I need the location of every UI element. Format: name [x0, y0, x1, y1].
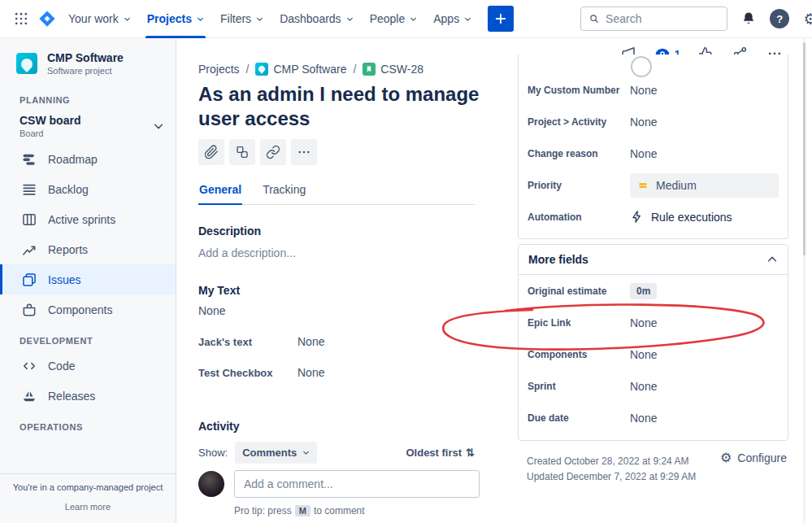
project-sidebar: CMP Software Software project PLANNING C… [0, 38, 176, 523]
top-navigation: Your work Projects Filters Dashboards Pe… [0, 0, 812, 38]
board-columns-icon [21, 211, 37, 228]
nav-people[interactable]: People [362, 0, 426, 38]
sort-order-button[interactable]: Oldest first ⇅ [406, 447, 475, 459]
breadcrumb-project[interactable]: CMP Software [255, 63, 346, 76]
show-label: Show: [198, 447, 228, 459]
components-value[interactable]: None [630, 348, 779, 361]
sidebar-footer: You're in a company-managed project Lear… [0, 473, 176, 523]
sprint-value[interactable]: None [630, 380, 779, 393]
sidebar-item-label: Code [48, 360, 75, 373]
field-label: Original estimate [528, 285, 630, 297]
jacks-text-value[interactable]: None [297, 335, 491, 348]
pinned-fields-panel: My Custom Number None Project > Activity… [518, 54, 788, 239]
description-placeholder[interactable]: Add a description... [198, 246, 518, 259]
nav-apps[interactable]: Apps [425, 0, 480, 38]
chevron-down-icon [464, 15, 471, 23]
more-actions-button[interactable] [291, 139, 317, 165]
epic-link-value[interactable]: None [630, 316, 779, 329]
roadmap-icon [21, 151, 37, 168]
project-avatar [16, 53, 37, 74]
activity-filter-row: Show: Comments Oldest first ⇅ [198, 442, 475, 464]
issue-dates: Created October 28, 2022 at 9:24 AM Upda… [527, 454, 696, 485]
sidebar-item-code[interactable]: Code [0, 351, 176, 381]
created-date: Created October 28, 2022 at 9:24 AM [527, 454, 696, 469]
attach-button[interactable] [198, 139, 224, 165]
link-icon [266, 145, 280, 159]
priority-select[interactable]: Medium [630, 173, 779, 198]
sidebar-item-active-sprints[interactable]: Active sprints [0, 204, 176, 234]
sidebar-item-reports[interactable]: Reports [0, 234, 176, 264]
reports-chart-icon [21, 242, 37, 258]
configure-label: Configure [737, 451, 787, 464]
section-operations-label: OPERATIONS [0, 411, 176, 437]
create-button[interactable] [488, 6, 514, 32]
sidebar-item-components[interactable]: Components [0, 294, 176, 325]
nav-your-work[interactable]: Your work [60, 0, 139, 38]
configure-button[interactable]: ⚙ Configure [720, 451, 787, 464]
due-date-value[interactable]: None [630, 412, 779, 425]
issue-title: As an admin I need to manage user access [198, 82, 484, 131]
description-heading: Description [198, 224, 518, 238]
assignee-avatar-cutoff[interactable] [631, 56, 652, 77]
notifications-button[interactable] [736, 6, 762, 32]
help-button[interactable]: ? [766, 6, 792, 32]
jira-logo[interactable] [34, 6, 60, 32]
global-search[interactable] [580, 7, 727, 31]
project-type: Software project [47, 66, 124, 76]
field-value[interactable]: None [630, 115, 779, 129]
sidebar-item-roadmap[interactable]: Roadmap [0, 144, 176, 174]
jacks-text-label: Jack's text [198, 336, 297, 348]
field-value[interactable]: None [630, 84, 779, 97]
my-text-field: My Text None [198, 284, 518, 317]
link-issue-button[interactable] [260, 139, 286, 165]
test-checkbox-value[interactable]: None [297, 366, 491, 379]
my-text-value[interactable]: None [198, 304, 518, 317]
board-selector[interactable]: CSW board Board [0, 110, 176, 144]
sidebar-item-releases[interactable]: Releases [0, 381, 176, 411]
chevron-down-icon [124, 15, 131, 23]
breadcrumb-issue-key[interactable]: CSW-28 [363, 63, 423, 76]
app-switcher-icon [13, 11, 29, 27]
breadcrumb: Projects / CMP Software / CSW-28 [198, 38, 518, 76]
comment-input[interactable] [234, 470, 480, 498]
field-components: Components None [519, 338, 788, 370]
nav-filters[interactable]: Filters [212, 0, 271, 38]
settings-button[interactable]: ⚙ [797, 6, 812, 32]
pro-tip-prefix: Pro tip: press [234, 505, 292, 516]
tab-general[interactable]: General [198, 177, 242, 205]
nav-projects[interactable]: Projects [139, 0, 212, 38]
sidebar-item-label: Roadmap [48, 153, 98, 166]
field-my-custom-number: My Custom Number None [519, 74, 788, 106]
sidebar-item-label: Components [48, 303, 112, 316]
field-label: Project > Activity [528, 116, 630, 128]
paperclip-icon [204, 145, 219, 159]
field-label: Components [528, 349, 630, 360]
field-label: Due date [528, 412, 630, 424]
search-input[interactable] [606, 12, 719, 25]
add-child-issue-button[interactable] [229, 139, 255, 165]
test-checkbox-label: Test Checkbox [198, 367, 297, 379]
chevron-down-icon [153, 120, 164, 132]
breadcrumb-projects[interactable]: Projects [198, 63, 240, 76]
scrollbar-thumb[interactable] [803, 42, 805, 255]
add-child-icon [235, 145, 250, 159]
sidebar-item-label: Backlog [48, 183, 89, 196]
field-label: Epic Link [528, 317, 630, 329]
field-value[interactable]: None [630, 147, 779, 160]
rule-executions-link[interactable]: Rule executions [630, 210, 779, 224]
priority-value: Medium [656, 179, 697, 192]
chevron-up-icon [766, 254, 778, 265]
original-estimate-value[interactable]: 0m [630, 283, 657, 299]
nav-your-work-label: Your work [68, 12, 119, 25]
comments-filter-button[interactable]: Comments [235, 442, 317, 464]
field-change-reason: Change reason None [519, 137, 788, 169]
field-automation: Automation Rule executions [519, 201, 788, 233]
more-fields-header[interactable]: More fields [519, 245, 788, 275]
learn-more-link[interactable]: Learn more [65, 502, 111, 512]
pro-tip: Pro tip: press M to comment [198, 505, 518, 516]
tab-tracking[interactable]: Tracking [262, 177, 306, 205]
nav-dashboards[interactable]: Dashboards [271, 0, 362, 38]
sidebar-item-issues[interactable]: Issues [0, 264, 176, 294]
app-switcher-button[interactable] [8, 6, 34, 32]
sidebar-item-backlog[interactable]: Backlog [0, 174, 176, 204]
